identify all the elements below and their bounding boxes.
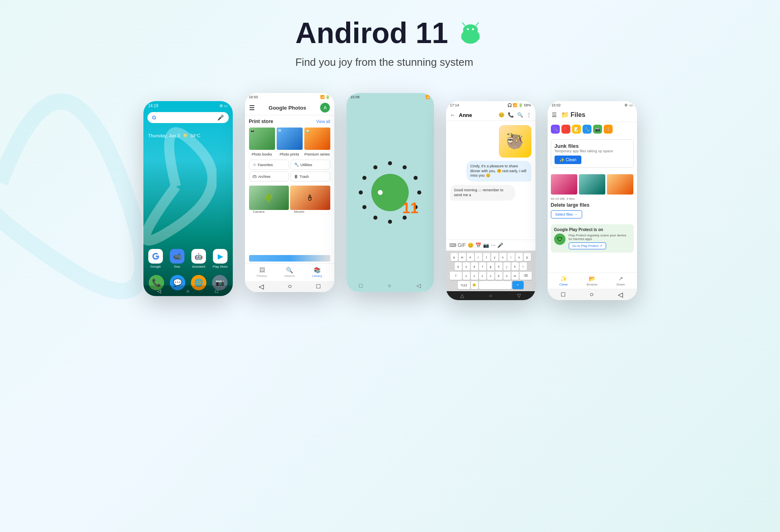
key-backspace[interactable]: ⌫: [520, 272, 532, 280]
sloth-sticker: 🦥: [499, 125, 531, 158]
sys-home[interactable]: ○: [288, 283, 292, 290]
key-numbers[interactable]: ?123: [458, 281, 470, 289]
phones-showcase: 14:19 ⚙ ▭ G 🎤 Thursday, Jun 3 ☀️ 34°C: [106, 93, 674, 300]
more-options-icon[interactable]: ⋮: [526, 112, 531, 118]
phone4-home[interactable]: △: [460, 293, 464, 298]
key-e[interactable]: e: [467, 253, 474, 261]
mic-voice-icon[interactable]: 🎤: [497, 242, 503, 248]
key-shift[interactable]: ⇧: [450, 272, 462, 280]
app-duo[interactable]: 📹 Duo: [168, 249, 186, 268]
app-playstore-label: Play Store: [213, 265, 228, 268]
share-nav-label: Share: [616, 283, 625, 286]
key-f[interactable]: f: [479, 262, 486, 270]
key-i[interactable]: i: [507, 253, 515, 261]
key-r[interactable]: r: [475, 253, 482, 261]
phone4-back[interactable]: ▽: [517, 293, 521, 298]
hamburger-menu-icon[interactable]: ☰: [552, 112, 557, 118]
clean-button[interactable]: ✨ Clean: [555, 156, 581, 164]
nav-share[interactable]: ↗ Share: [616, 275, 625, 286]
emoji-icon[interactable]: 😊: [498, 112, 505, 118]
nav-search[interactable]: 🔍 Search: [284, 267, 295, 278]
sys-back[interactable]: ◁: [259, 283, 264, 290]
photos-nav-label: Photos: [257, 274, 267, 278]
key-w[interactable]: w: [459, 253, 466, 261]
key-o[interactable]: o: [516, 253, 523, 261]
key-b[interactable]: b: [495, 272, 503, 280]
key-l[interactable]: l: [520, 262, 527, 270]
nav-library[interactable]: 📚 Library: [312, 267, 322, 278]
svg-line-6: [462, 23, 465, 26]
phone4-status-icons: 🎧 📶 🔋 58%: [507, 103, 531, 107]
nav-home[interactable]: ○: [184, 287, 192, 295]
key-s[interactable]: s: [463, 262, 470, 270]
key-h[interactable]: h: [495, 262, 503, 270]
archive-button[interactable]: 🗃 Archive: [249, 171, 289, 182]
phone5-sys-back[interactable]: ◁: [618, 291, 623, 298]
key-j[interactable]: j: [503, 262, 511, 270]
play-protect-text: Play Protect regularly scans your device…: [569, 234, 630, 241]
favorites-button[interactable]: ☆ Favorites: [249, 160, 289, 170]
key-k[interactable]: k: [511, 262, 519, 270]
utilities-button[interactable]: 🔧 Utilities: [290, 160, 330, 170]
key-c[interactable]: c: [479, 272, 486, 280]
key-emoji[interactable]: 😊: [471, 281, 478, 289]
message-input-area: ⌨ GIF 😊 📅 📷 ⋯ 🎤: [446, 240, 535, 251]
phone2-menu-icon[interactable]: ☰: [249, 104, 255, 112]
call-icon[interactable]: 📞: [508, 112, 514, 118]
gallery-movies-label: Movies: [290, 210, 330, 214]
nav-back[interactable]: ◁: [155, 287, 163, 295]
large-files-meta: 46.19 MB, 3 files: [551, 197, 634, 201]
phone4-recents[interactable]: ○: [489, 293, 492, 298]
sys-recents[interactable]: □: [316, 283, 321, 290]
go-to-play-protect-button[interactable]: Go to Play Protect ↗: [569, 242, 606, 249]
camera-type-icon[interactable]: 📷: [483, 242, 489, 248]
nav-photos[interactable]: 🖼 Photos: [257, 267, 267, 278]
key-p[interactable]: p: [524, 253, 531, 261]
app-assistant[interactable]: 🤖 Assistant: [190, 249, 208, 268]
phone1-status-bar: 14:19 ⚙ ▭: [143, 101, 233, 110]
nav-recents[interactable]: □: [212, 287, 221, 295]
user-avatar[interactable]: A: [320, 103, 330, 112]
archive-icon: 🗃: [253, 174, 257, 179]
more-attach-icon[interactable]: ⋯: [491, 242, 496, 248]
key-space[interactable]: [479, 281, 511, 289]
app-google[interactable]: Google: [147, 249, 165, 268]
key-a[interactable]: a: [455, 262, 462, 270]
key-m[interactable]: m: [511, 272, 519, 280]
search-icon[interactable]: 🔍: [517, 112, 523, 118]
nav-clean[interactable]: ✨ Clean: [559, 275, 568, 286]
phone3-home[interactable]: ○: [388, 282, 391, 289]
key-n[interactable]: n: [503, 272, 511, 280]
emoji-btn-icon[interactable]: 😊: [468, 242, 474, 248]
phone5-sys-home[interactable]: ○: [590, 291, 594, 298]
back-arrow-icon[interactable]: ←: [450, 112, 456, 118]
phone5-sys-square[interactable]: □: [561, 291, 566, 298]
svg-point-18: [362, 176, 366, 180]
key-d[interactable]: d: [471, 262, 478, 270]
android-number-11: 11: [402, 200, 418, 217]
trash-button[interactable]: 🗑 Trash: [290, 171, 330, 182]
key-z[interactable]: z: [463, 272, 470, 280]
lf-photo-2: [579, 174, 605, 195]
key-enter[interactable]: ↵: [512, 281, 524, 289]
view-all-link[interactable]: View all: [316, 119, 330, 124]
nav-browse[interactable]: 📂 Browse: [587, 275, 598, 286]
key-q[interactable]: q: [451, 253, 458, 261]
app-playstore[interactable]: ▶ Play Store: [211, 249, 230, 268]
key-u[interactable]: u: [499, 253, 507, 261]
key-g[interactable]: g: [487, 262, 494, 270]
play-protect-header: Google Play Protect is on: [554, 227, 630, 232]
phone1-search-bar[interactable]: G 🎤: [147, 112, 229, 123]
phone3-recents[interactable]: ◁: [416, 282, 421, 289]
phone3-back[interactable]: □: [359, 282, 362, 289]
store-title-text: Print store: [249, 119, 273, 124]
phone5-battery-icon: ▭: [629, 103, 633, 107]
select-files-button[interactable]: Select files →: [551, 210, 582, 218]
keyboard-icon[interactable]: ⌨: [449, 242, 456, 248]
key-v[interactable]: v: [487, 272, 494, 280]
key-y[interactable]: y: [491, 253, 498, 261]
key-x[interactable]: x: [471, 272, 478, 280]
calendar-icon[interactable]: 📅: [475, 242, 481, 248]
key-t[interactable]: t: [483, 253, 490, 261]
gif-icon[interactable]: GIF: [458, 242, 466, 248]
